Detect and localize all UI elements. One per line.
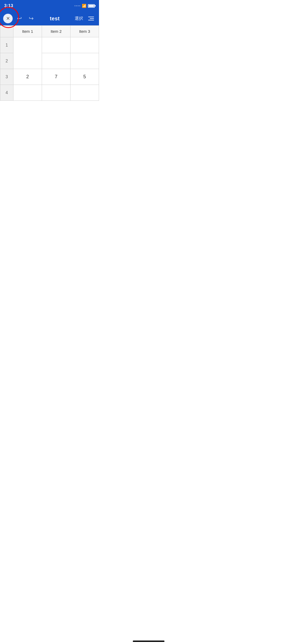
header-row: Item 1 Item 2 Item 3 — [0, 26, 99, 37]
cell-4-col2[interactable] — [42, 85, 70, 101]
row-num-4: 4 — [0, 85, 13, 101]
cell-1-col1[interactable] — [13, 37, 42, 69]
header-row-num — [0, 26, 13, 37]
status-time: 3:13 — [4, 3, 13, 8]
header-col3[interactable]: Item 3 — [70, 26, 99, 37]
close-button[interactable]: ✕ — [3, 14, 13, 23]
row-num-3: 3 — [0, 69, 13, 85]
table-row: 4 — [0, 85, 99, 101]
redo-button[interactable]: ↪ — [26, 14, 36, 23]
status-bar: 3:13 📶 — [0, 0, 99, 12]
status-icons: 📶 — [74, 4, 95, 8]
header-col1[interactable]: Item 1 — [13, 26, 42, 37]
wifi-icon: 📶 — [82, 4, 86, 8]
undo-icon: ↪ — [17, 15, 22, 22]
cell-3-col3[interactable]: 5 — [70, 69, 99, 85]
select-button[interactable]: 選択 — [74, 15, 84, 22]
undo-button[interactable]: ↪ — [15, 14, 24, 23]
header-col2[interactable]: Item 2 — [42, 26, 70, 37]
hamburger-icon — [88, 17, 94, 20]
table-row: 1 — [0, 37, 99, 53]
cell-2-col3[interactable] — [70, 53, 99, 69]
row-num-2: 2 — [0, 53, 13, 69]
table-row: 3 2 7 5 — [0, 69, 99, 85]
cell-1-col3[interactable] — [70, 37, 99, 53]
cell-4-col3[interactable] — [70, 85, 99, 101]
redo-icon: ↪ — [29, 15, 34, 22]
table-container: Item 1 Item 2 Item 3 1 2 3 2 — [0, 25, 99, 101]
nav-title: test — [38, 16, 72, 22]
spreadsheet-table: Item 1 Item 2 Item 3 1 2 3 2 — [0, 25, 99, 101]
cell-2-col2[interactable] — [42, 53, 70, 69]
cell-4-col1[interactable] — [13, 85, 42, 101]
nav-bar: ✕ ↪ ↪ test 選択 — [0, 12, 99, 25]
row-num-1: 1 — [0, 37, 13, 53]
close-icon: ✕ — [6, 16, 10, 21]
menu-button[interactable] — [86, 14, 96, 23]
cell-3-col1[interactable]: 2 — [13, 69, 42, 85]
battery-icon — [88, 4, 95, 8]
cell-1-col2[interactable] — [42, 37, 70, 53]
signal-icon — [74, 5, 80, 6]
cell-3-col2[interactable]: 7 — [42, 69, 70, 85]
